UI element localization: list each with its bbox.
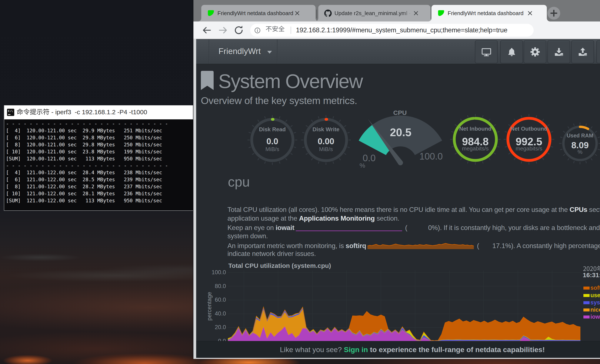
banner-text: Like what you see? — [280, 345, 344, 354]
legend-label: iowait — [591, 314, 600, 320]
y-axis-label: percentage — [206, 291, 213, 322]
host-dropdown[interactable]: FriendlyWrt — [218, 39, 261, 64]
help-button-partial[interactable] — [596, 40, 600, 63]
cpu-description-line: system down. — [227, 232, 268, 240]
cpu-description-line: Keep an eye on iowait (0%). If it is con… — [227, 223, 600, 232]
tab-title: Update r2s_lean_minimal.yml · k — [335, 5, 412, 21]
new-tab-button[interactable] — [547, 7, 560, 19]
terminal-title: - iperf3 -c 192.168.1.2 -P4 -t1000命令提示符 … — [17, 105, 147, 119]
cpu-description-line: application usage at the Applications Mo… — [227, 214, 399, 223]
tab-flare — [315, 18, 318, 21]
netdata-favicon — [207, 9, 215, 17]
cpu-gauge-min: 0.0 — [363, 153, 375, 163]
disk_write-label: Disk Write — [313, 127, 340, 132]
y-tick-60.0: 60.0 — [203, 297, 226, 303]
legend-label: system — [591, 299, 600, 306]
tab-separator — [316, 9, 317, 19]
cpu-description-line: Total CPU utilization (all cores). 100% … — [227, 205, 600, 214]
disk_read-label: Disk Read — [259, 127, 286, 132]
y-tick-40.0: 40.0 — [203, 310, 226, 317]
info-icon[interactable] — [254, 28, 260, 33]
page-subtitle: Overview of the key system metrics. — [201, 95, 357, 106]
chart-title: Total CPU utilization (system.cpu) — [228, 262, 331, 269]
legend-swatch — [583, 294, 590, 297]
sign-in-link[interactable]: Sign in — [344, 345, 368, 354]
used_ram-unit: % — [577, 149, 582, 155]
cmd-icon: C:\ — [7, 109, 14, 116]
legend-swatch — [583, 308, 590, 311]
browser-window: FriendlyWrt netdata dashboard Update r2s… — [193, 0, 600, 359]
screen: C:\ - iperf3 -c 192.168.1.2 -P4 -t1000命令… — [0, 0, 600, 364]
navbar-separator — [277, 39, 277, 64]
disk_write-unit: MiB/s — [319, 146, 333, 152]
cpu-gauge-value: 20.5 — [390, 127, 411, 138]
window-frame-left — [193, 39, 196, 358]
tab-flare — [198, 18, 201, 21]
netdata-navbar: FriendlyWrt — [196, 39, 600, 64]
navbar-separator — [209, 39, 209, 64]
tab-friendlywrt-2-active[interactable]: FriendlyWrt netdata dashboard — [431, 5, 547, 21]
cpu-gauge-unit: % — [360, 162, 365, 169]
cpu-description-line: indicate network driver issues. — [227, 249, 316, 258]
url-text[interactable]: 192.168.2.1:19999/#menu_system_submenu_c… — [296, 24, 507, 37]
my-netdata-button[interactable] — [475, 40, 498, 63]
y-tick-100.0: 100.0 — [203, 269, 226, 276]
settings-button[interactable] — [524, 40, 546, 63]
tab-close-icon[interactable] — [294, 10, 300, 16]
legend-label: nice — [591, 307, 600, 313]
import-button[interactable] — [547, 40, 570, 63]
cpu-gauge-max: 100.0 — [419, 152, 443, 161]
tab-title: FriendlyWrt netdata dashboard — [217, 5, 293, 21]
legend-swatch — [583, 301, 590, 304]
terminal-output[interactable]: - - - - - - - - - - - - - - - - - - - - … — [6, 120, 171, 204]
tab-friendlywrt-1[interactable]: FriendlyWrt netdata dashboard — [201, 5, 316, 21]
legend-label: softirq — [591, 285, 600, 291]
cpu-utilization-chart[interactable] — [228, 269, 581, 343]
bookmark-icon — [201, 71, 214, 91]
disk_write-value: 0.00 — [318, 137, 334, 146]
browser-toolbar: 不安全 192.168.2.1:19999/#menu_system_subme… — [193, 21, 600, 39]
tab-close-icon[interactable] — [413, 10, 419, 16]
tab-flare — [428, 18, 431, 21]
cpu-description-line: An important metric worth monitoring, is… — [227, 241, 600, 250]
y-tick-20.0: 20.0 — [203, 324, 226, 331]
page-title: System Overview — [218, 70, 363, 93]
disk_read-value: 0.0 — [266, 137, 278, 146]
window-frame-bottom — [193, 358, 600, 359]
address-separator — [291, 27, 291, 34]
legend-swatch — [583, 316, 590, 318]
tab-github[interactable]: Update r2s_lean_minimal.yml · k — [318, 5, 431, 21]
net_outbound-label: Net Outbound — [510, 126, 547, 131]
back-button[interactable] — [201, 24, 213, 36]
cpu-gauge-label: CPU — [393, 110, 407, 116]
disk_read-unit: MiB/s — [265, 146, 279, 152]
signin-banner: Like what you see? Sign in to experience… — [196, 341, 600, 358]
terminal-window[interactable]: C:\ - iperf3 -c 192.168.1.2 -P4 -t1000命令… — [4, 105, 193, 211]
tab-flare — [547, 18, 550, 21]
chevron-down-icon — [267, 51, 272, 54]
net_inbound-label: Net Inbound — [459, 126, 491, 131]
y-tick-80.0: 80.0 — [203, 283, 226, 289]
security-label[interactable]: 不安全 — [265, 24, 285, 37]
export-button[interactable] — [571, 40, 594, 63]
terminal-titlebar[interactable]: C:\ - iperf3 -c 192.168.1.2 -P4 -t1000命令… — [4, 105, 193, 119]
github-favicon — [324, 9, 331, 17]
iowait-sparkline[interactable] — [296, 225, 402, 231]
address-bar[interactable]: 不安全 192.168.2.1:19999/#menu_system_subme… — [250, 24, 534, 37]
chart-time: 16:31:25 — [583, 271, 600, 279]
reload-button[interactable] — [233, 24, 244, 36]
section-title-cpu: cpu — [228, 174, 250, 190]
netdata-favicon — [437, 9, 445, 17]
forward-button[interactable] — [217, 24, 229, 36]
alarms-button[interactable] — [500, 40, 523, 63]
tab-close-icon[interactable] — [527, 10, 533, 16]
legend-label: user — [591, 292, 600, 299]
tab-title: FriendlyWrt netdata dashboard — [448, 5, 524, 21]
banner-text-bold: to experience the full-range of netdata … — [368, 345, 545, 354]
net_outbound-unit: megabits/s — [516, 146, 542, 151]
netdata-page: FriendlyWrt System Overview Overview of … — [196, 39, 600, 358]
net_inbound-unit: megabits/s — [462, 146, 489, 151]
legend-swatch — [583, 287, 590, 289]
used_ram-value: 8.09 — [571, 141, 589, 150]
softirq-sparkline[interactable] — [367, 241, 474, 249]
